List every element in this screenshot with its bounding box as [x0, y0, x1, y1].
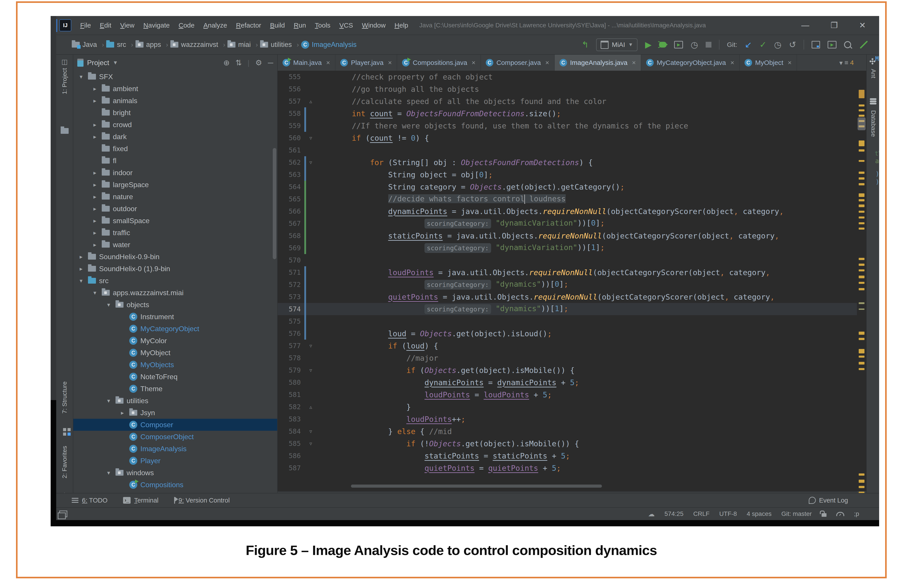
code-line[interactable]: 571 loudPoints = java.util.Objects.requi… — [278, 266, 857, 278]
line-number[interactable]: 576 — [278, 329, 304, 338]
history-icon[interactable]: ◷ — [774, 40, 781, 49]
maximize-button[interactable]: ❐ — [831, 22, 838, 29]
code-line[interactable]: 566 dynamicPoints = java.util.Objects.re… — [278, 205, 857, 217]
tree-item-soundhelix-0-9-bin[interactable]: ▸SoundHelix-0.9-bin — [73, 251, 277, 263]
code-line[interactable]: 563 String object = obj[0]; — [278, 169, 857, 181]
code-line[interactable]: 556 //go through all the objects — [278, 83, 857, 95]
line-number[interactable]: 570 — [278, 256, 304, 264]
fold-marker-icon[interactable]: ▿ — [306, 367, 315, 373]
code-line[interactable]: 577▿ if (loud) { — [278, 339, 857, 352]
code-line[interactable]: 578 //major — [278, 352, 857, 364]
code-line[interactable]: 565 //decide whats factors control loudn… — [278, 193, 857, 205]
tool-button-todo[interactable]: 6: TODO — [72, 497, 107, 504]
stripe-warning-mark[interactable] — [859, 302, 865, 304]
indent-setting[interactable]: 4 spaces — [747, 510, 772, 517]
line-number[interactable]: 560 — [278, 134, 304, 142]
close-icon[interactable]: × — [472, 59, 475, 66]
line-number[interactable]: 558 — [278, 109, 304, 118]
editor-error-stripe[interactable] — [857, 71, 866, 491]
expand-arrow-icon[interactable]: ▾ — [91, 290, 99, 296]
stripe-warning-mark[interactable] — [859, 258, 865, 260]
fold-marker-icon[interactable]: ▿ — [306, 159, 315, 166]
breadcrumb-item[interactable]: wazzzainvst› — [170, 41, 225, 49]
database-icon[interactable] — [870, 98, 876, 100]
editor-tab-myobject[interactable]: CMyObject× — [740, 55, 797, 71]
code-line[interactable]: 572 scoringCategory: "dynamics"))[0]; — [278, 278, 857, 291]
editor-tab-imageanalysis-java[interactable]: CImageAnalysis.java× — [554, 55, 641, 71]
expand-arrow-icon[interactable]: ▸ — [91, 85, 99, 92]
line-number[interactable]: 578 — [278, 354, 304, 362]
stripe-warning-mark[interactable] — [859, 263, 865, 266]
menu-navigate[interactable]: Navigate — [140, 20, 173, 30]
expand-arrow-icon[interactable]: ▾ — [105, 301, 112, 308]
tree-item-apps-wazzzainvst-miai[interactable]: ▾apps.wazzzainvst.miai — [73, 287, 277, 299]
tree-item-src[interactable]: ▾src — [73, 275, 277, 287]
editor-horizontal-scrollbar[interactable] — [351, 485, 602, 488]
line-number[interactable]: 566 — [278, 207, 304, 215]
stripe-warning-mark[interactable] — [859, 109, 865, 111]
stripe-warning-mark[interactable] — [859, 270, 865, 271]
code-line[interactable]: 569 scoringCategory: "dynamicVariation")… — [278, 242, 857, 254]
code-line[interactable]: 586 staticPoints = staticPoints + 5; — [278, 450, 857, 462]
line-number[interactable]: 584 — [278, 427, 304, 435]
tree-item-largespace[interactable]: ▸largeSpace — [73, 179, 277, 191]
tree-item-dark[interactable]: ▸dark — [73, 131, 277, 143]
git-commit-icon[interactable]: ✓ — [759, 40, 767, 49]
toolwindows-icon[interactable] — [812, 41, 820, 48]
event-log-button[interactable]: Event Log — [809, 497, 848, 504]
stripe-warning-mark[interactable] — [859, 486, 865, 488]
run-anything-icon[interactable]: ▶ — [828, 41, 837, 48]
code-line[interactable]: 558 int count = ObjectsFoundFromDetectio… — [278, 108, 857, 119]
close-icon[interactable]: × — [326, 59, 330, 66]
line-number[interactable]: 582 — [278, 403, 304, 411]
back-arrow-icon[interactable]: ↰ — [582, 40, 589, 49]
hidden-tabs-dropdown[interactable]: ▾≡4 — [836, 55, 857, 71]
code-line[interactable]: 560▿ if (count != 0) { — [278, 132, 857, 144]
tree-item-crowd[interactable]: ▸crowd — [73, 119, 277, 131]
expand-arrow-icon[interactable]: ▾ — [105, 397, 112, 404]
tool-button-vc[interactable]: 9: Version Control — [174, 497, 230, 504]
stripe-warning-mark[interactable] — [859, 356, 865, 358]
line-number[interactable]: 580 — [278, 379, 304, 386]
search-everywhere-icon[interactable] — [844, 41, 851, 48]
code-line[interactable]: 568 staticPoints = java.util.Objects.req… — [278, 230, 857, 242]
line-number[interactable]: 568 — [278, 232, 304, 240]
code-line[interactable]: 574 scoringCategory: "dynamics"))[1]; — [278, 303, 857, 315]
tree-item-theme[interactable]: CTheme — [73, 383, 277, 395]
line-number[interactable]: 581 — [278, 391, 304, 399]
tree-item-myobjects[interactable]: CMyObjects — [73, 359, 277, 371]
code-line[interactable]: 580 dynamicPoints = dynamicPoints + 5; — [278, 376, 857, 389]
readonly-lock-icon[interactable] — [822, 513, 827, 517]
folder-icon[interactable] — [61, 128, 69, 134]
breadcrumb-item[interactable]: CImageAnalysis — [301, 41, 357, 49]
stripe-warning-mark[interactable] — [859, 362, 865, 364]
tree-item-mycategoryobject[interactable]: CMyCategoryObject — [73, 323, 277, 335]
tree-item-fixed[interactable]: fixed — [73, 143, 277, 155]
tree-item-animals[interactable]: ▸animals — [73, 95, 277, 107]
ant-icon[interactable] — [871, 58, 873, 60]
fold-marker-icon[interactable]: ▿ — [306, 343, 315, 349]
menu-run[interactable]: Run — [290, 20, 310, 30]
breadcrumb-item[interactable]: Java› — [72, 41, 104, 49]
line-number[interactable]: 557 — [278, 98, 304, 105]
fold-marker-icon[interactable]: ▵ — [306, 98, 315, 104]
fold-marker-icon[interactable]: ▵ — [306, 404, 315, 410]
tree-item-player[interactable]: CPlayer — [73, 455, 277, 467]
tool-button-favorites[interactable]: 2: Favorites — [61, 446, 68, 478]
locate-file-icon[interactable]: ⊕ — [223, 58, 230, 67]
line-number[interactable]: 556 — [278, 85, 304, 93]
stripe-warning-mark[interactable] — [859, 282, 865, 284]
line-separator[interactable]: CRLF — [693, 510, 710, 517]
close-button[interactable]: ✕ — [859, 22, 866, 29]
tree-item-jsyn[interactable]: ▸Jsyn — [73, 407, 277, 419]
line-number[interactable]: 567 — [278, 220, 304, 227]
tool-button-ant[interactable]: Ant — [870, 69, 877, 78]
breadcrumb-item[interactable]: utilities› — [260, 41, 299, 49]
stripe-warning-mark[interactable] — [859, 115, 865, 117]
expand-arrow-icon[interactable]: ▸ — [91, 229, 99, 236]
code-line[interactable]: 579▿ if (Objects.get(object).isMobile())… — [278, 364, 857, 376]
stripe-warning-mark[interactable] — [859, 368, 865, 370]
menu-vcs[interactable]: VCS — [336, 20, 357, 30]
code-line[interactable]: 581 loudPoints = loudPoints + 5; — [278, 389, 857, 401]
code-line[interactable]: 570 — [278, 254, 857, 266]
